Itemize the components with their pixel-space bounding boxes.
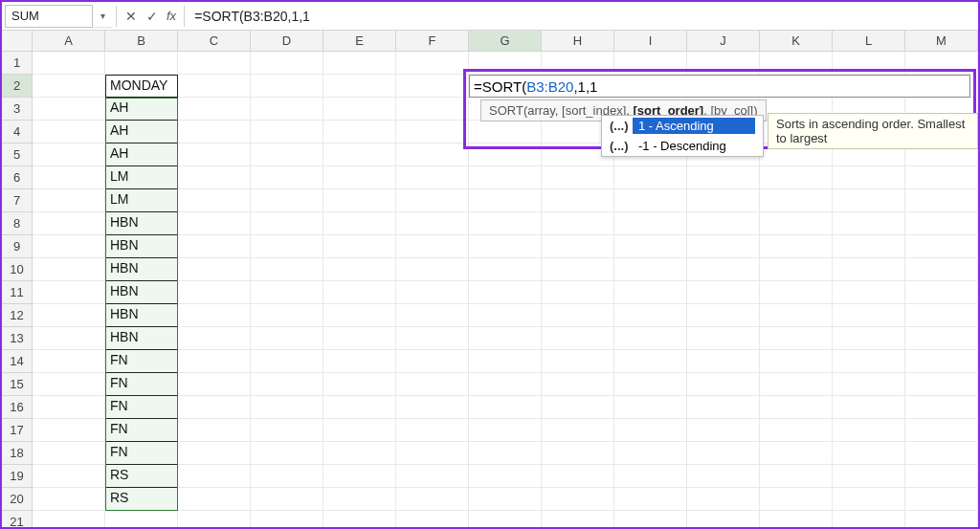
cell[interactable]: [687, 350, 760, 373]
col-header[interactable]: I: [614, 31, 687, 51]
cell[interactable]: AH: [105, 98, 178, 121]
cell[interactable]: [542, 166, 614, 189]
cell[interactable]: [178, 465, 251, 488]
cell[interactable]: [687, 235, 760, 258]
cell[interactable]: [323, 281, 396, 304]
cell[interactable]: [396, 281, 469, 304]
row-header[interactable]: 21: [2, 511, 33, 527]
cell[interactable]: [833, 419, 905, 442]
cell[interactable]: [323, 488, 396, 511]
cell[interactable]: [396, 488, 469, 511]
cell[interactable]: [614, 350, 687, 373]
cell[interactable]: [614, 419, 687, 442]
cell[interactable]: [251, 304, 323, 327]
cell[interactable]: [323, 189, 396, 212]
cell[interactable]: [905, 327, 978, 350]
row-header[interactable]: 8: [2, 212, 33, 235]
cell[interactable]: [396, 442, 469, 465]
col-header[interactable]: K: [760, 31, 833, 51]
cell[interactable]: [178, 419, 251, 442]
cell[interactable]: [833, 373, 905, 396]
cell[interactable]: [905, 511, 978, 527]
cell[interactable]: [469, 465, 542, 488]
cell[interactable]: [251, 419, 323, 442]
cell[interactable]: [396, 121, 469, 143]
cell[interactable]: [396, 304, 469, 327]
cell[interactable]: [323, 235, 396, 258]
col-header[interactable]: F: [396, 31, 469, 51]
cell[interactable]: [542, 488, 614, 511]
cell[interactable]: [178, 396, 251, 419]
row-header[interactable]: 18: [2, 442, 33, 465]
cell[interactable]: [396, 189, 469, 212]
cell[interactable]: [33, 235, 105, 258]
row-header[interactable]: 3: [2, 98, 33, 121]
cell[interactable]: [687, 281, 760, 304]
cell[interactable]: [905, 189, 978, 212]
spreadsheet-grid[interactable]: A B C D E F G H I J K L M 12MONDAY3AH4AH…: [2, 31, 978, 527]
cell[interactable]: [469, 350, 542, 373]
cell[interactable]: [469, 419, 542, 442]
cell[interactable]: [469, 304, 542, 327]
select-all-corner[interactable]: [2, 31, 33, 52]
cell[interactable]: [33, 52, 105, 75]
cell[interactable]: LM: [105, 189, 178, 212]
name-box[interactable]: SUM: [5, 5, 93, 28]
col-header[interactable]: B: [105, 31, 178, 51]
cell[interactable]: [323, 396, 396, 419]
cell[interactable]: [833, 258, 905, 281]
cell[interactable]: FN: [105, 396, 178, 419]
cell[interactable]: [542, 189, 614, 212]
cell[interactable]: [178, 304, 251, 327]
cell[interactable]: [178, 281, 251, 304]
cell-editor[interactable]: =SORT(B3:B20,1,1: [469, 75, 970, 98]
cell[interactable]: [33, 327, 105, 350]
cell[interactable]: HBN: [105, 212, 178, 235]
cell[interactable]: [323, 511, 396, 527]
cell[interactable]: [469, 235, 542, 258]
cell[interactable]: HBN: [105, 235, 178, 258]
enter-button[interactable]: ✓: [142, 5, 163, 28]
cell[interactable]: [687, 419, 760, 442]
cell[interactable]: [687, 189, 760, 212]
cell[interactable]: [469, 511, 542, 527]
cell[interactable]: [33, 511, 105, 527]
row-header[interactable]: 1: [2, 52, 33, 75]
cell[interactable]: [251, 442, 323, 465]
cell[interactable]: HBN: [105, 327, 178, 350]
cell[interactable]: [542, 396, 614, 419]
cell[interactable]: [251, 189, 323, 212]
cell[interactable]: [178, 258, 251, 281]
cell[interactable]: [33, 304, 105, 327]
argument-option-ascending[interactable]: (...) 1 - Ascending: [602, 116, 763, 136]
cell[interactable]: [760, 373, 833, 396]
cell[interactable]: [251, 212, 323, 235]
cell[interactable]: [760, 350, 833, 373]
cell[interactable]: AH: [105, 121, 178, 143]
cell[interactable]: [323, 75, 396, 98]
cell[interactable]: [905, 465, 978, 488]
cell[interactable]: [469, 189, 542, 212]
cell[interactable]: [396, 212, 469, 235]
cell[interactable]: [323, 373, 396, 396]
cell[interactable]: [833, 350, 905, 373]
col-header[interactable]: D: [251, 31, 323, 51]
cell[interactable]: [905, 281, 978, 304]
cell[interactable]: [33, 488, 105, 511]
cell[interactable]: [178, 235, 251, 258]
cell[interactable]: [905, 258, 978, 281]
cell[interactable]: [105, 511, 178, 527]
cell[interactable]: [469, 488, 542, 511]
cell[interactable]: [542, 212, 614, 235]
cell[interactable]: [760, 327, 833, 350]
cell[interactable]: [33, 258, 105, 281]
cell[interactable]: [251, 143, 323, 166]
cell[interactable]: [396, 143, 469, 166]
cell[interactable]: [396, 465, 469, 488]
cell[interactable]: [469, 281, 542, 304]
cell[interactable]: [178, 143, 251, 166]
cell[interactable]: [760, 511, 833, 527]
cell[interactable]: [396, 396, 469, 419]
cell[interactable]: [905, 396, 978, 419]
row-header[interactable]: 7: [2, 189, 33, 212]
